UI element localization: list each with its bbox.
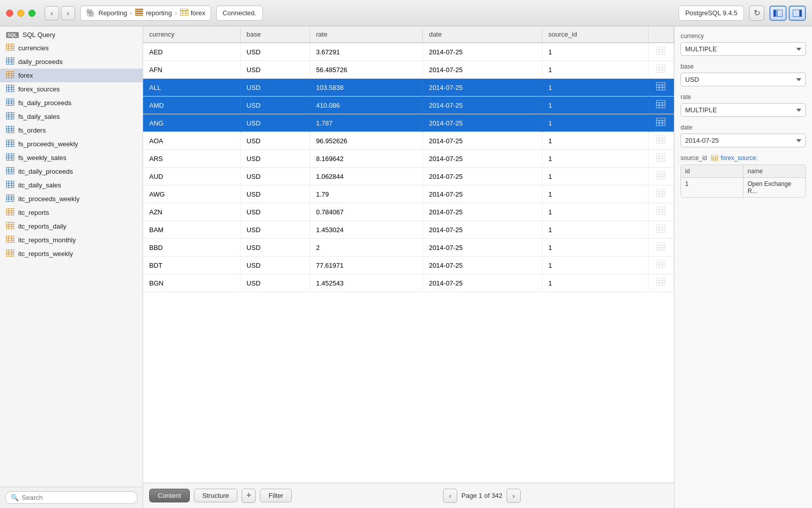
page-navigation: ‹ Page 1 of 342 › [296, 489, 668, 503]
table-row[interactable]: BGN USD 1.452543 2014-07-25 1 [143, 274, 674, 292]
table-row[interactable]: ANG USD 1.787 2014-07-25 1 [143, 114, 674, 132]
breadcrumb-db[interactable]: 🐘 Reporting [86, 8, 127, 18]
cell-currency: AFN [143, 61, 240, 79]
cell-source-id: 1 [542, 132, 648, 150]
connection-status: Connected. [216, 6, 263, 21]
cell-action[interactable] [649, 203, 674, 220]
col-header-currency: currency [143, 26, 240, 43]
table-row[interactable]: AWG USD 1.79 2014-07-25 1 [143, 185, 674, 203]
back-button[interactable]: ‹ [45, 6, 59, 20]
sidebar-item-fs-daily-sales[interactable]: fs_daily_sales [0, 110, 143, 123]
titlebar: ‹ › 🐘 Reporting › reporting › [0, 0, 812, 26]
cell-base: USD [240, 239, 310, 257]
cell-source-id: 1 [542, 61, 648, 79]
sidebar-item-itc-reports-monthly[interactable]: itc_reports_monthly [0, 233, 143, 247]
table-row[interactable]: ALL USD 103.5838 2014-07-25 1 [143, 79, 674, 97]
forward-button[interactable]: › [61, 6, 75, 20]
sidebar-item-itc-daily-sales[interactable]: itc_daily_sales [0, 178, 143, 192]
table-row[interactable]: AFN USD 56.485726 2014-07-25 1 [143, 61, 674, 79]
cell-action[interactable] [649, 221, 674, 238]
sidebar-item-itc-proceeds-weekly[interactable]: itc_proceeds_weekly [0, 192, 143, 206]
breadcrumb-sep-2: › [175, 10, 177, 17]
rate-select[interactable]: MULTIPLE [681, 103, 806, 117]
sidebar-item-fs-proceeds-weekly[interactable]: fs_proceeds_weekly [0, 137, 143, 151]
cell-base: USD [240, 221, 310, 239]
table-icon-itc-reports-monthly [6, 236, 14, 244]
svg-rect-84 [6, 236, 14, 243]
sidebar-item-fs-daily-proceeds[interactable]: fs_daily_proceeds [0, 96, 143, 110]
row-table-icon [656, 260, 665, 270]
cell-action[interactable] [649, 114, 674, 132]
svg-rect-94 [656, 47, 665, 55]
cell-action[interactable] [649, 185, 674, 203]
table-row[interactable]: AUD USD 1.062844 2014-07-25 1 [143, 168, 674, 185]
cell-source-id: 1 [542, 239, 648, 257]
sidebar-item-currencies[interactable]: currencies [0, 41, 143, 55]
svg-rect-54 [6, 153, 14, 161]
sidebar-label-itc-daily-proceeds: itc_daily_proceeds [18, 168, 73, 175]
date-select[interactable]: 2014-07-25 [681, 134, 806, 147]
cell-action[interactable] [649, 150, 674, 167]
sidebar-item-forex[interactable]: forex [0, 69, 143, 82]
cell-action[interactable] [649, 257, 674, 274]
cell-action[interactable] [649, 168, 674, 185]
sidebar-item-daily-proceeds[interactable]: daily_proceeds [0, 55, 143, 69]
breadcrumb-table[interactable]: forex [180, 9, 206, 17]
table-row[interactable]: AED USD 3.67291 2014-07-25 1 [143, 43, 674, 61]
source-table-row[interactable]: 1 Open Exchange R... [681, 178, 805, 197]
panel-toggle-button[interactable] [789, 6, 806, 21]
table-row[interactable]: BBD USD 2 2014-07-25 1 [143, 239, 674, 257]
currency-select[interactable]: MULTIPLE [681, 42, 806, 56]
source-table-link[interactable]: forex_source: [711, 154, 758, 162]
cell-source-id: 1 [542, 221, 648, 239]
table-row[interactable]: BDT USD 77.61971 2014-07-25 1 [143, 257, 674, 274]
search-field[interactable]: 🔍 [5, 491, 138, 504]
sidebar-label-fs-weekly-sales: fs_weekly_sales [18, 154, 66, 162]
sidebar-item-sql-query[interactable]: SQL SQL Query [0, 28, 143, 41]
table-icon-fs-daily-sales [6, 112, 14, 121]
cell-action[interactable] [649, 43, 674, 60]
sidebar-item-fs-weekly-sales[interactable]: fs_weekly_sales [0, 151, 143, 165]
cell-source-id: 1 [542, 114, 648, 132]
table-row[interactable]: AMD USD 410.086 2014-07-25 1 [143, 97, 674, 114]
cell-action[interactable] [649, 97, 674, 114]
close-button[interactable] [6, 10, 13, 17]
prev-page-button[interactable]: ‹ [443, 489, 457, 503]
sidebar-label-fs-daily-proceeds: fs_daily_proceeds [18, 99, 72, 107]
svg-rect-114 [656, 118, 665, 126]
table-row[interactable]: AZN USD 0.784067 2014-07-25 1 [143, 203, 674, 221]
sidebar-item-itc-reports[interactable]: itc_reports [0, 206, 143, 219]
add-row-button[interactable]: + [242, 489, 256, 503]
sidebar-item-itc-reports-weekly[interactable]: itc_reports_weekly [0, 247, 143, 261]
cell-action[interactable] [649, 132, 674, 149]
minimize-button[interactable] [17, 10, 24, 17]
cell-action[interactable] [649, 239, 674, 256]
sidebar-item-itc-daily-proceeds[interactable]: itc_daily_proceeds [0, 165, 143, 178]
table-icon-itc-reports-weekly [6, 249, 14, 258]
content-tab-button[interactable]: Content [149, 489, 190, 502]
cell-action[interactable] [649, 79, 674, 96]
svg-rect-2 [135, 13, 143, 14]
table-row[interactable]: ARS USD 8.169642 2014-07-25 1 [143, 150, 674, 168]
search-input[interactable] [22, 494, 132, 501]
table-icon-fs-proceeds-weekly [6, 140, 14, 148]
sidebar-toggle-button[interactable] [769, 6, 787, 21]
cell-action[interactable] [649, 61, 674, 78]
maximize-button[interactable] [28, 10, 36, 17]
breadcrumb-schema[interactable]: reporting [135, 9, 172, 17]
breadcrumb: 🐘 Reporting › reporting › [80, 6, 211, 21]
sidebar-item-itc-reports-daily[interactable]: itc_reports_daily [0, 219, 143, 233]
sidebar-item-fs-orders[interactable]: fs_orders [0, 123, 143, 137]
cell-source-id: 1 [542, 97, 648, 114]
cell-action[interactable] [649, 274, 674, 292]
table-row[interactable]: BAM USD 1.453024 2014-07-25 1 [143, 221, 674, 239]
base-select[interactable]: USD [681, 73, 806, 86]
filter-button[interactable]: Filter [260, 489, 292, 502]
structure-tab-button[interactable]: Structure [194, 489, 238, 502]
refresh-button[interactable]: ↻ [749, 6, 764, 21]
cell-currency: ALL [143, 79, 240, 97]
table-row[interactable]: AOA USD 96.952626 2014-07-25 1 [143, 132, 674, 150]
sidebar-item-forex-sources[interactable]: forex_sources [0, 82, 143, 96]
cell-date: 2014-07-25 [423, 132, 542, 150]
next-page-button[interactable]: › [506, 489, 521, 503]
